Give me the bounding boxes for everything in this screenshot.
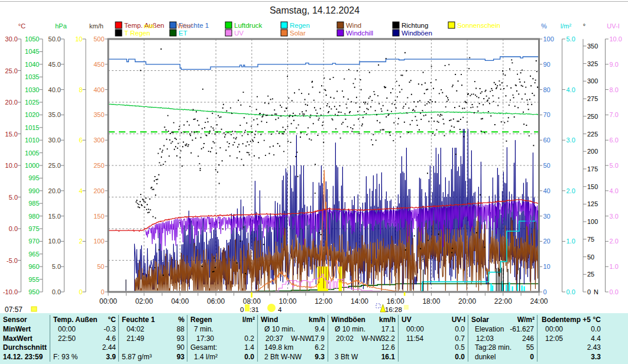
svg-text:9.0: 9.0 [610,61,619,68]
svg-text:980: 980 [28,213,39,220]
svg-text:km/h: km/h [309,316,325,324]
svg-text:0.0: 0.0 [52,288,61,295]
svg-text:04:02: 04:02 [127,325,144,333]
svg-text:-5.0: -5.0 [7,257,18,264]
svg-text:Luftdruck: Luftdruck [234,22,263,29]
svg-text:min: min [144,22,154,30]
svg-text:W-NW: W-NW [291,334,312,343]
svg-text:MinWert: MinWert [3,325,31,333]
svg-text:00:00: 00:00 [406,325,424,333]
svg-text:17:30: 17:30 [196,334,214,343]
svg-text:17.9: 17.9 [311,334,325,343]
svg-text:10:00: 10:00 [279,297,296,306]
svg-text:°C: °C [108,316,116,324]
svg-text:Windböen: Windböen [331,316,365,324]
svg-text:0: 0 [530,353,534,361]
svg-text:20.0: 20.0 [48,187,61,194]
svg-text:06:00: 06:00 [207,297,225,306]
svg-text:00:00: 00:00 [99,297,117,306]
svg-text:6.2: 6.2 [315,343,325,352]
svg-text:0.0: 0.0 [567,288,575,295]
svg-text:Richtung: Richtung [402,22,428,29]
svg-text:4.4: 4.4 [591,334,601,343]
svg-text:25.0: 25.0 [48,162,61,169]
svg-text:1030: 1030 [25,86,39,93]
svg-text:UV: UV [402,316,412,324]
svg-text:5.0: 5.0 [9,194,18,201]
svg-text:W-NW: W-NW [361,334,383,343]
svg-text:90: 90 [177,343,185,352]
svg-text:l/m²: l/m² [242,316,255,324]
svg-text:30.0: 30.0 [5,35,18,43]
svg-text:30.0: 30.0 [48,136,61,144]
svg-text:6.0: 6.0 [610,136,619,144]
svg-text:955: 955 [28,276,39,283]
svg-text:15.0: 15.0 [5,131,18,138]
svg-text:Wind: Wind [261,316,278,324]
svg-text:1020: 1020 [25,111,39,118]
svg-text:350: 350 [93,111,104,118]
svg-text:07:57: 07:57 [5,306,22,314]
svg-text:°C: °C [593,316,601,324]
svg-text:11:54: 11:54 [406,334,423,343]
svg-text:17.1: 17.1 [381,325,396,333]
svg-text:20:02: 20:02 [336,334,354,343]
svg-text:9.3: 9.3 [315,353,325,361]
svg-text:3.3: 3.3 [591,353,601,361]
svg-text:0.0: 0.0 [455,353,465,361]
svg-text:1000: 1000 [25,162,39,169]
svg-text:14.12. 23:59: 14.12. 23:59 [3,353,43,361]
svg-text:MaxWert: MaxWert [3,334,33,343]
svg-text:Durchschnitt: Durchschnitt [3,343,47,352]
svg-text:0.0: 0.0 [610,288,619,295]
svg-text:Elevation: Elevation [475,325,504,333]
svg-text:15.0: 15.0 [48,213,61,220]
svg-text:Windchill: Windchill [346,30,373,37]
svg-text:0: 0 [79,288,82,295]
svg-text:2.0: 2.0 [567,187,575,194]
svg-text:2.44: 2.44 [102,343,116,352]
svg-text:Regen: Regen [190,316,212,324]
svg-text:12:03: 12:03 [476,334,494,343]
svg-text:12:05: 12:05 [545,334,563,343]
svg-text:8.0: 8.0 [610,86,619,93]
svg-text:150: 150 [587,183,598,190]
svg-text:985: 985 [28,200,39,207]
svg-text:25: 25 [587,271,594,278]
svg-text:F: 93 %: F: 93 % [53,353,78,361]
svg-text:km/h: km/h [89,22,103,30]
svg-text:Ø 10 min.: Ø 10 min. [335,325,365,333]
svg-text:7 min.: 7 min. [194,325,213,333]
svg-text:Windböen: Windböen [402,30,432,37]
svg-text:50: 50 [97,263,104,270]
svg-text:25.0: 25.0 [5,67,18,74]
svg-text:Solar: Solar [290,30,306,37]
svg-text:Bodentemp +5: Bodentemp +5 [542,316,591,324]
svg-text:175: 175 [587,165,598,173]
svg-text:100: 100 [543,35,554,43]
svg-text:4.0: 4.0 [567,86,575,93]
svg-text:2.43: 2.43 [587,343,601,352]
svg-text:0: 0 [543,288,547,295]
svg-text:4.0: 4.0 [610,187,619,194]
svg-text:-10.0: -10.0 [3,288,18,295]
svg-text:1035: 1035 [25,73,39,80]
svg-text:Ø 10 min.: Ø 10 min. [264,325,295,333]
svg-text:0: 0 [587,288,591,295]
svg-text:450: 450 [93,61,104,68]
svg-text:16:28: 16:28 [385,306,402,313]
svg-text:10.0: 10.0 [48,238,61,245]
svg-text:250: 250 [93,162,104,169]
svg-text:275: 275 [587,95,598,102]
svg-text:02:00: 02:00 [135,297,153,306]
svg-text:ET: ET [179,30,187,37]
svg-text:1.0: 1.0 [567,238,575,245]
svg-text:24:00: 24:00 [530,297,548,306]
svg-text:300: 300 [93,136,104,144]
svg-text:70: 70 [543,111,551,118]
svg-text:75: 75 [587,236,594,243]
svg-text:90: 90 [543,61,551,68]
svg-text:W/m²: W/m² [517,316,535,324]
svg-text:150: 150 [93,213,104,220]
svg-text:400: 400 [93,86,104,93]
